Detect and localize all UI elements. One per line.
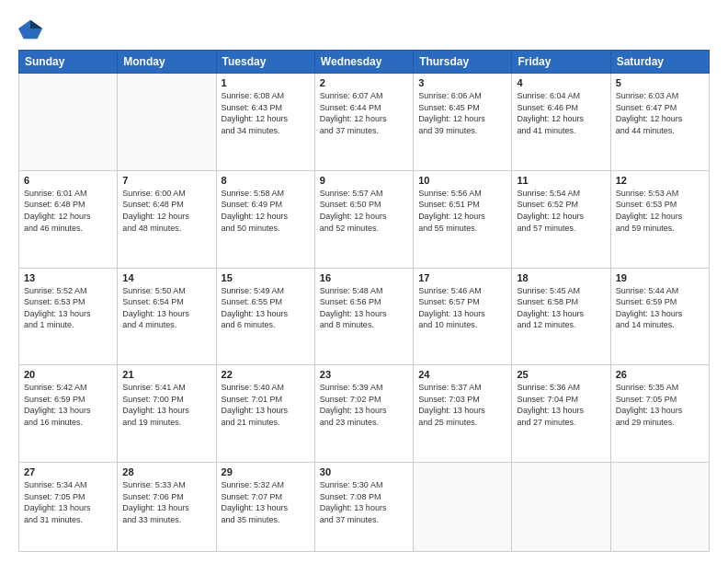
day-info: Sunrise: 5:40 AMSunset: 7:01 PMDaylight:… <box>222 382 310 428</box>
calendar-cell: 17Sunrise: 5:46 AMSunset: 6:57 PMDayligh… <box>414 268 512 365</box>
day-number: 6 <box>24 175 112 186</box>
day-info: Sunrise: 5:36 AMSunset: 7:04 PMDaylight:… <box>517 382 605 428</box>
col-header-friday: Friday <box>512 51 610 74</box>
calendar-cell: 16Sunrise: 5:48 AMSunset: 6:56 PMDayligh… <box>314 268 413 365</box>
calendar-cell: 11Sunrise: 5:54 AMSunset: 6:52 PMDayligh… <box>512 170 610 268</box>
day-info: Sunrise: 5:30 AMSunset: 7:08 PMDaylight:… <box>320 479 408 525</box>
calendar-header-row: SundayMondayTuesdayWednesdayThursdayFrid… <box>19 51 710 74</box>
week-row-4: 20Sunrise: 5:42 AMSunset: 6:59 PMDayligh… <box>19 365 710 463</box>
day-info: Sunrise: 5:42 AMSunset: 6:59 PMDaylight:… <box>24 382 112 428</box>
week-row-3: 13Sunrise: 5:52 AMSunset: 6:53 PMDayligh… <box>19 268 710 365</box>
day-info: Sunrise: 5:57 AMSunset: 6:50 PMDaylight:… <box>320 188 408 234</box>
day-info: Sunrise: 6:07 AMSunset: 6:44 PMDaylight:… <box>320 90 408 136</box>
day-info: Sunrise: 5:45 AMSunset: 6:58 PMDaylight:… <box>517 285 605 331</box>
day-info: Sunrise: 6:03 AMSunset: 6:47 PMDaylight:… <box>616 90 704 136</box>
day-number: 3 <box>418 77 506 88</box>
calendar-cell: 20Sunrise: 5:42 AMSunset: 6:59 PMDayligh… <box>19 365 118 463</box>
day-info: Sunrise: 6:04 AMSunset: 6:46 PMDaylight:… <box>517 90 605 136</box>
calendar-cell: 7Sunrise: 6:00 AMSunset: 6:48 PMDaylight… <box>118 170 216 268</box>
calendar-cell: 12Sunrise: 5:53 AMSunset: 6:53 PMDayligh… <box>610 170 709 268</box>
calendar-cell: 13Sunrise: 5:52 AMSunset: 6:53 PMDayligh… <box>19 268 118 365</box>
day-number: 25 <box>517 369 605 380</box>
calendar-cell: 21Sunrise: 5:41 AMSunset: 7:00 PMDayligh… <box>118 365 216 463</box>
calendar-cell: 30Sunrise: 5:30 AMSunset: 7:08 PMDayligh… <box>314 463 413 552</box>
calendar-cell: 1Sunrise: 6:08 AMSunset: 6:43 PMDaylight… <box>216 74 314 171</box>
col-header-thursday: Thursday <box>414 51 512 74</box>
day-number: 22 <box>222 369 310 380</box>
calendar-cell: 6Sunrise: 6:01 AMSunset: 6:48 PMDaylight… <box>19 170 118 268</box>
day-number: 21 <box>122 369 210 380</box>
page: SundayMondayTuesdayWednesdayThursdayFrid… <box>0 0 728 563</box>
calendar-cell: 27Sunrise: 5:34 AMSunset: 7:05 PMDayligh… <box>19 463 118 552</box>
day-info: Sunrise: 5:41 AMSunset: 7:00 PMDaylight:… <box>122 382 210 428</box>
calendar-cell <box>610 463 709 552</box>
day-info: Sunrise: 5:37 AMSunset: 7:03 PMDaylight:… <box>418 382 506 428</box>
day-number: 15 <box>222 272 310 283</box>
calendar-cell: 26Sunrise: 5:35 AMSunset: 7:05 PMDayligh… <box>610 365 709 463</box>
day-number: 30 <box>320 466 408 477</box>
svg-marker-1 <box>30 20 42 29</box>
calendar-cell: 22Sunrise: 5:40 AMSunset: 7:01 PMDayligh… <box>216 365 314 463</box>
calendar: SundayMondayTuesdayWednesdayThursdayFrid… <box>18 50 710 552</box>
calendar-cell: 8Sunrise: 5:58 AMSunset: 6:49 PMDaylight… <box>216 170 314 268</box>
week-row-1: 1Sunrise: 6:08 AMSunset: 6:43 PMDaylight… <box>19 74 710 171</box>
day-number: 2 <box>320 77 408 88</box>
day-number: 28 <box>122 466 210 477</box>
day-number: 27 <box>24 466 112 477</box>
calendar-cell: 15Sunrise: 5:49 AMSunset: 6:55 PMDayligh… <box>216 268 314 365</box>
day-info: Sunrise: 5:46 AMSunset: 6:57 PMDaylight:… <box>418 285 506 331</box>
calendar-cell: 25Sunrise: 5:36 AMSunset: 7:04 PMDayligh… <box>512 365 610 463</box>
day-info: Sunrise: 5:32 AMSunset: 7:07 PMDaylight:… <box>222 479 310 525</box>
calendar-cell <box>414 463 512 552</box>
calendar-cell: 10Sunrise: 5:56 AMSunset: 6:51 PMDayligh… <box>414 170 512 268</box>
day-number: 7 <box>122 175 210 186</box>
day-info: Sunrise: 5:56 AMSunset: 6:51 PMDaylight:… <box>418 188 506 234</box>
calendar-cell <box>19 74 118 171</box>
col-header-monday: Monday <box>118 51 216 74</box>
day-info: Sunrise: 5:52 AMSunset: 6:53 PMDaylight:… <box>24 285 112 331</box>
day-number: 18 <box>517 272 605 283</box>
calendar-cell: 29Sunrise: 5:32 AMSunset: 7:07 PMDayligh… <box>216 463 314 552</box>
calendar-cell <box>118 74 216 171</box>
day-info: Sunrise: 6:06 AMSunset: 6:45 PMDaylight:… <box>418 90 506 136</box>
svg-marker-0 <box>18 20 42 40</box>
day-number: 12 <box>616 175 704 186</box>
day-info: Sunrise: 5:48 AMSunset: 6:56 PMDaylight:… <box>320 285 408 331</box>
calendar-cell: 5Sunrise: 6:03 AMSunset: 6:47 PMDaylight… <box>610 74 709 171</box>
day-info: Sunrise: 5:35 AMSunset: 7:05 PMDaylight:… <box>616 382 704 428</box>
col-header-tuesday: Tuesday <box>216 51 314 74</box>
calendar-cell: 24Sunrise: 5:37 AMSunset: 7:03 PMDayligh… <box>414 365 512 463</box>
day-info: Sunrise: 5:34 AMSunset: 7:05 PMDaylight:… <box>24 479 112 525</box>
col-header-saturday: Saturday <box>610 51 709 74</box>
day-number: 10 <box>418 175 506 186</box>
day-number: 1 <box>222 77 310 88</box>
day-info: Sunrise: 5:54 AMSunset: 6:52 PMDaylight:… <box>517 188 605 234</box>
day-number: 23 <box>320 369 408 380</box>
day-number: 5 <box>616 77 704 88</box>
calendar-cell: 28Sunrise: 5:33 AMSunset: 7:06 PMDayligh… <box>118 463 216 552</box>
day-info: Sunrise: 5:58 AMSunset: 6:49 PMDaylight:… <box>222 188 310 234</box>
day-number: 16 <box>320 272 408 283</box>
day-number: 11 <box>517 175 605 186</box>
col-header-wednesday: Wednesday <box>314 51 413 74</box>
day-info: Sunrise: 5:53 AMSunset: 6:53 PMDaylight:… <box>616 188 704 234</box>
logo <box>18 17 48 42</box>
calendar-cell <box>512 463 610 552</box>
day-info: Sunrise: 5:49 AMSunset: 6:55 PMDaylight:… <box>222 285 310 331</box>
day-number: 9 <box>320 175 408 186</box>
calendar-cell: 9Sunrise: 5:57 AMSunset: 6:50 PMDaylight… <box>314 170 413 268</box>
calendar-cell: 18Sunrise: 5:45 AMSunset: 6:58 PMDayligh… <box>512 268 610 365</box>
day-info: Sunrise: 6:00 AMSunset: 6:48 PMDaylight:… <box>122 188 210 234</box>
day-number: 17 <box>418 272 506 283</box>
calendar-cell: 3Sunrise: 6:06 AMSunset: 6:45 PMDaylight… <box>414 74 512 171</box>
week-row-2: 6Sunrise: 6:01 AMSunset: 6:48 PMDaylight… <box>19 170 710 268</box>
day-info: Sunrise: 6:01 AMSunset: 6:48 PMDaylight:… <box>24 188 112 234</box>
day-number: 4 <box>517 77 605 88</box>
day-info: Sunrise: 5:44 AMSunset: 6:59 PMDaylight:… <box>616 285 704 331</box>
calendar-cell: 19Sunrise: 5:44 AMSunset: 6:59 PMDayligh… <box>610 268 709 365</box>
day-number: 24 <box>418 369 506 380</box>
day-info: Sunrise: 5:39 AMSunset: 7:02 PMDaylight:… <box>320 382 408 428</box>
day-number: 13 <box>24 272 112 283</box>
day-info: Sunrise: 5:50 AMSunset: 6:54 PMDaylight:… <box>122 285 210 331</box>
header <box>18 17 710 42</box>
